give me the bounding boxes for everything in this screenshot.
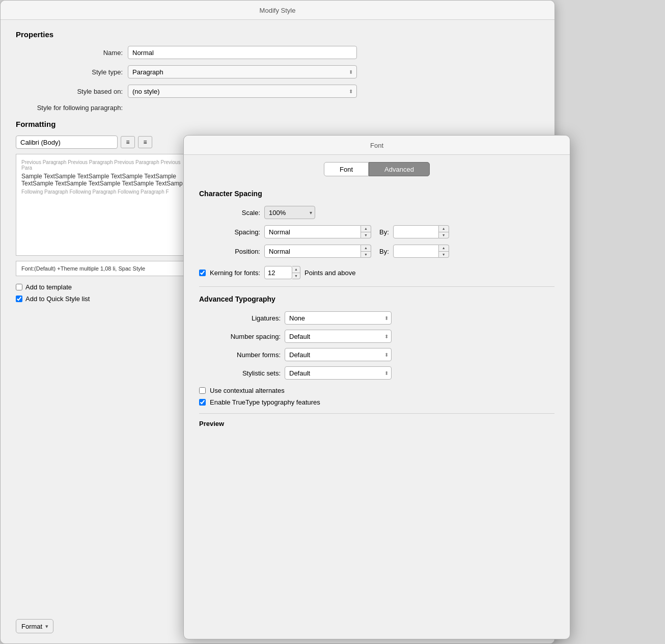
number-forms-row: Number forms: Default ⬍ [199, 348, 555, 361]
name-input[interactable] [128, 46, 357, 59]
add-to-quick-style-checkbox[interactable] [16, 296, 22, 302]
ligatures-select-wrap: None ⬍ [285, 311, 392, 325]
style-type-label: Style type: [16, 68, 128, 76]
font-tabs: Font Advanced [184, 155, 570, 181]
kerning-checkbox[interactable] [199, 270, 206, 276]
align-left-button[interactable]: ≡ [121, 136, 135, 148]
contextual-label: Use contextual alternates [210, 387, 285, 394]
position-up-button[interactable]: ▲ [361, 245, 371, 252]
kerning-points-label: Points and above [304, 269, 355, 277]
format-select[interactable]: Format [16, 619, 53, 633]
kerning-row: Kerning for fonts: ▲ ▼ Points and above [199, 266, 555, 287]
character-spacing-heading: Character Spacing [199, 190, 555, 198]
format-dropdown: Format ▾ [16, 619, 48, 633]
spacing-up-button[interactable]: ▲ [361, 226, 371, 232]
stylistic-sets-label: Stylistic sets: [199, 369, 281, 377]
spacing-by-input[interactable] [393, 225, 439, 238]
add-to-quick-style-label: Add to Quick Style list [25, 295, 90, 303]
position-spinner: ▲ ▼ [361, 245, 371, 258]
number-spacing-row: Number spacing: Default ⬍ [199, 330, 555, 343]
font-tab-advanced[interactable]: Advanced [369, 162, 430, 176]
truetype-label: Enable TrueType typography features [210, 398, 320, 406]
number-forms-label: Number forms: [199, 351, 281, 359]
position-label: Position: [199, 248, 260, 255]
scale-row: Scale: 100% ▾ [199, 206, 555, 219]
properties-heading: Properties [16, 30, 539, 39]
modify-style-title: Modify Style [1, 1, 555, 20]
name-row: Name: [16, 46, 539, 59]
font-name-input[interactable] [16, 136, 118, 149]
preview-prev-para: Previous Paragraph Previous Paragraph Pr… [21, 159, 188, 171]
ligatures-select[interactable]: None [285, 311, 392, 325]
position-select-wrap: ▲ ▼ [264, 245, 371, 258]
font-dialog: Font Font Advanced Character Spacing Sca… [183, 135, 570, 639]
stylistic-sets-select[interactable]: Default [285, 366, 392, 380]
kerning-down-button[interactable]: ▼ [292, 273, 300, 279]
spacing-by-label: By: [379, 228, 389, 236]
kerning-value-input[interactable] [264, 266, 292, 279]
kerning-up-button[interactable]: ▲ [292, 266, 300, 273]
number-spacing-select-wrap: Default ⬍ [285, 330, 392, 343]
spacing-by-down-button[interactable]: ▼ [439, 232, 449, 238]
preview-next-para: Following Paragraph Following Paragraph … [21, 189, 188, 195]
font-preview-section: Preview [199, 413, 555, 427]
spacing-label: Spacing: [199, 228, 260, 236]
position-by-up-button[interactable]: ▲ [439, 245, 449, 252]
style-based-select[interactable]: (no style) [128, 85, 357, 98]
position-by-spinner: ▲ ▼ [439, 245, 449, 258]
advanced-typography-heading: Advanced Typography [199, 295, 555, 303]
position-down-button[interactable]: ▼ [361, 252, 371, 258]
truetype-row: Enable TrueType typography features [199, 398, 555, 406]
style-following-row: Style for following paragraph: [16, 104, 539, 112]
spacing-select-wrap: ▲ ▼ [264, 225, 371, 238]
contextual-row: Use contextual alternates [199, 387, 555, 394]
spacing-by-up-button[interactable]: ▲ [439, 226, 449, 232]
spacing-by-spinner: ▲ ▼ [439, 225, 449, 238]
scale-select[interactable]: 100% [264, 206, 315, 219]
style-type-select[interactable]: Paragraph [128, 65, 357, 78]
preview-sample: Sample TextSample TextSample TextSample … [21, 173, 188, 187]
font-dialog-body: Character Spacing Scale: 100% ▾ Spacing:… [184, 181, 570, 441]
style-based-row: Style based on: (no style) ⬍ [16, 85, 539, 98]
spacing-down-button[interactable]: ▼ [361, 232, 371, 238]
name-label: Name: [16, 49, 128, 57]
ligatures-row: Ligatures: None ⬍ [199, 311, 555, 325]
scale-select-wrap: 100% ▾ [264, 206, 315, 219]
align-center-button[interactable]: ≡ [138, 136, 152, 148]
stylistic-sets-row: Stylistic sets: Default ⬍ [199, 366, 555, 380]
font-tab-font[interactable]: Font [324, 162, 369, 176]
number-spacing-label: Number spacing: [199, 333, 281, 340]
kerning-input-wrap: ▲ ▼ [264, 266, 300, 279]
position-row: Position: ▲ ▼ By: ▲ ▼ [199, 245, 555, 258]
stylistic-sets-select-wrap: Default ⬍ [285, 366, 392, 380]
spacing-spinner: ▲ ▼ [361, 225, 371, 238]
spacing-by-wrap: ▲ ▼ [393, 225, 449, 238]
preview-box: Previous Paragraph Previous Paragraph Pr… [16, 154, 194, 256]
position-by-wrap: ▲ ▼ [393, 245, 449, 258]
kerning-spinner: ▲ ▼ [292, 266, 300, 279]
style-following-label: Style for following paragraph: [16, 104, 128, 112]
position-input[interactable] [264, 245, 361, 258]
truetype-checkbox[interactable] [199, 399, 206, 406]
spacing-row: Spacing: ▲ ▼ By: ▲ ▼ [199, 225, 555, 238]
style-type-row: Style type: Paragraph ⬍ [16, 65, 539, 78]
spacing-input[interactable] [264, 225, 361, 238]
formatting-heading: Formatting [16, 120, 539, 128]
kerning-label: Kerning for fonts: [210, 269, 260, 277]
contextual-checkbox[interactable] [199, 387, 206, 394]
font-info-box: Font:(Default) +Theme multiple 1,08 li, … [16, 261, 194, 276]
font-preview-label: Preview [199, 420, 555, 427]
position-by-down-button[interactable]: ▼ [439, 252, 449, 258]
style-based-select-wrap: (no style) ⬍ [128, 85, 357, 98]
position-by-label: By: [379, 248, 389, 255]
number-forms-select[interactable]: Default [285, 348, 392, 361]
number-forms-select-wrap: Default ⬍ [285, 348, 392, 361]
position-by-input[interactable] [393, 245, 439, 258]
font-dialog-title: Font [184, 136, 570, 155]
scale-label: Scale: [199, 209, 260, 217]
style-type-select-wrap: Paragraph ⬍ [128, 65, 357, 78]
style-based-label: Style based on: [16, 88, 128, 95]
number-spacing-select[interactable]: Default [285, 330, 392, 343]
add-to-template-label: Add to template [25, 283, 72, 291]
add-to-template-checkbox[interactable] [16, 284, 22, 290]
